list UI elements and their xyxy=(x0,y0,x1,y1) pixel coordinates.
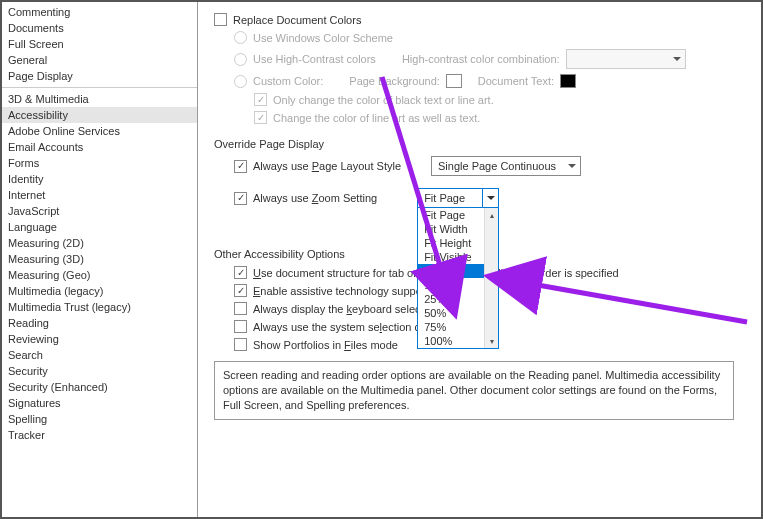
custom-color-label: Custom Color: xyxy=(253,75,323,87)
zoom-combo-wrap: Fit Page Fit PageFit WidthFit HeightFit … xyxy=(417,188,499,208)
system-selection-checkbox[interactable] xyxy=(234,320,247,333)
sidebar-item[interactable]: Search xyxy=(2,347,197,363)
assistive-tech-checkbox[interactable] xyxy=(234,284,247,297)
preferences-category-list[interactable]: CommentingDocumentsFull ScreenGeneralPag… xyxy=(2,2,198,517)
windows-color-scheme-label: Use Windows Color Scheme xyxy=(253,32,393,44)
zoom-combo-value: Fit Page xyxy=(424,192,465,204)
high-contrast-label: Use High-Contrast colors xyxy=(253,53,376,65)
system-selection-label: Always use the system selection color xyxy=(253,321,438,333)
always-zoom-checkbox[interactable] xyxy=(234,192,247,205)
sidebar-item[interactable]: Internet xyxy=(2,187,197,203)
sidebar-item[interactable]: Multimedia (legacy) xyxy=(2,283,197,299)
keyboard-cursor-checkbox[interactable] xyxy=(234,302,247,315)
chevron-down-icon[interactable] xyxy=(482,189,498,207)
sidebar-item[interactable]: Full Screen xyxy=(2,36,197,52)
only-black-checkbox xyxy=(254,93,267,106)
custom-color-radio xyxy=(234,75,247,88)
page-layout-combo-value: Single Page Continuous xyxy=(438,160,556,172)
info-note: Screen reading and reading order options… xyxy=(214,361,734,420)
sidebar-item[interactable]: Email Accounts xyxy=(2,139,197,155)
always-zoom-label: Always use Zoom Setting xyxy=(253,192,377,204)
page-layout-combo[interactable]: Single Page Continuous xyxy=(431,156,581,176)
sidebar-item[interactable]: Reviewing xyxy=(2,331,197,347)
change-lineart-label: Change the color of line art as well as … xyxy=(273,112,480,124)
sidebar-item[interactable]: Commenting xyxy=(2,4,197,20)
sidebar-item[interactable]: Spelling xyxy=(2,411,197,427)
scroll-up-icon[interactable]: ▴ xyxy=(485,208,498,222)
sidebar-item[interactable]: Accessibility xyxy=(2,107,197,123)
zoom-dropdown-list[interactable]: Fit PageFit WidthFit HeightFit VisibleRe… xyxy=(417,207,499,349)
doc-text-label: Document Text: xyxy=(478,75,554,87)
change-lineart-checkbox xyxy=(254,111,267,124)
sidebar-item[interactable]: General xyxy=(2,52,197,68)
sidebar-item[interactable]: Language xyxy=(2,219,197,235)
sidebar-item[interactable]: Security xyxy=(2,363,197,379)
sidebar-item[interactable]: Measuring (3D) xyxy=(2,251,197,267)
high-contrast-radio xyxy=(234,53,247,66)
replace-document-colors-checkbox[interactable] xyxy=(214,13,227,26)
sidebar-item[interactable]: Reading xyxy=(2,315,197,331)
scroll-down-icon[interactable]: ▾ xyxy=(485,334,498,348)
chevron-down-icon xyxy=(568,164,576,168)
only-black-label: Only change the color of black text or l… xyxy=(273,94,494,106)
sidebar-item[interactable]: Multimedia Trust (legacy) xyxy=(2,299,197,315)
page-bg-label: Page Background: xyxy=(349,75,440,87)
sidebar-item[interactable]: 3D & Multimedia xyxy=(2,91,197,107)
assistive-tech-label: Enable assistive technology support xyxy=(253,285,429,297)
sidebar-item[interactable]: Tracker xyxy=(2,427,197,443)
sidebar-item[interactable]: Identity xyxy=(2,171,197,187)
preferences-content: Replace Document Colors Use Windows Colo… xyxy=(198,2,761,517)
portfolios-files-checkbox[interactable] xyxy=(234,338,247,351)
doc-text-swatch xyxy=(560,74,576,88)
page-bg-swatch xyxy=(446,74,462,88)
windows-color-scheme-radio xyxy=(234,31,247,44)
sidebar-item[interactable]: Documents xyxy=(2,20,197,36)
sidebar-item[interactable]: Security (Enhanced) xyxy=(2,379,197,395)
doc-structure-tab-checkbox[interactable] xyxy=(234,266,247,279)
sidebar-item[interactable]: Page Display xyxy=(2,68,197,84)
override-section-title: Override Page Display xyxy=(214,138,745,150)
sidebar-item[interactable]: Measuring (2D) xyxy=(2,235,197,251)
zoom-combo[interactable]: Fit Page xyxy=(417,188,499,208)
hc-combo-label: High-contrast color combination: xyxy=(402,53,560,65)
sidebar-item[interactable]: Forms xyxy=(2,155,197,171)
dropdown-scrollbar[interactable]: ▴ ▾ xyxy=(484,208,498,348)
sidebar-item[interactable]: Signatures xyxy=(2,395,197,411)
sidebar-item[interactable]: Adobe Online Services xyxy=(2,123,197,139)
portfolios-files-label: Show Portfolios in Files mode xyxy=(253,339,398,351)
hc-combo xyxy=(566,49,686,69)
always-page-layout-label: Always use Page Layout Style xyxy=(253,160,401,172)
sidebar-item[interactable]: JavaScript xyxy=(2,203,197,219)
always-page-layout-checkbox[interactable] xyxy=(234,160,247,173)
replace-document-colors-label: Replace Document Colors xyxy=(233,14,361,26)
sidebar-item[interactable]: Measuring (Geo) xyxy=(2,267,197,283)
